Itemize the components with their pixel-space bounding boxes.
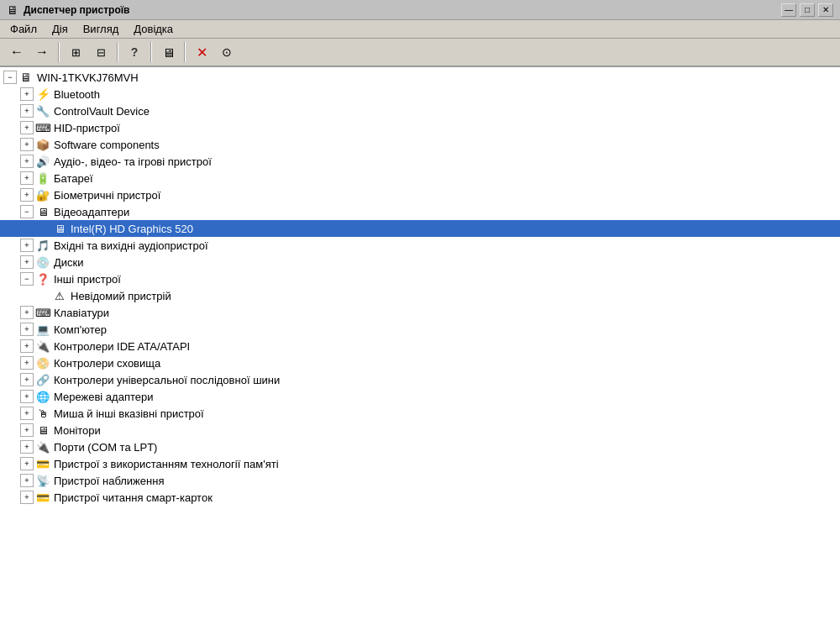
ports-icon: 🔌 [35,439,50,454]
window-icon: 🖥 [7,3,18,17]
battery-icon: 🔋 [35,171,50,186]
monitor-expand[interactable]: + [20,423,34,437]
scope-button[interactable]: ⊞ [64,40,87,64]
mouse-label: Миша й інші вказівні пристрої [54,407,204,420]
list-item[interactable]: + 🔧 ControlVault Device [0,102,840,119]
audio-label: Аудіо-, відео- та ігрові пристрої [54,155,212,168]
forward-button[interactable]: → [30,40,54,64]
storage-expand[interactable]: + [20,356,34,370]
list-item[interactable]: + 🎵 Вхідні та вихідні аудіопристрої [0,237,840,254]
proximity-expand[interactable]: + [20,474,34,487]
list-item[interactable]: − 🖥 Відеоадаптери [0,203,840,220]
list-item[interactable]: + 🔐 Біометричні пристрої [0,186,840,203]
list-item[interactable]: + 🖱 Миша й інші вказівні пристрої [0,405,840,422]
list-item[interactable]: + ⌨ Клавіатури [0,304,840,321]
hid-expand[interactable]: + [20,121,34,134]
controlvault-label: ControlVault Device [54,105,150,118]
toolbar-separator-3 [150,42,152,62]
toolbar-separator-4 [184,42,186,62]
network-expand[interactable]: + [20,390,34,403]
unknown-icon: ⚠ [52,288,67,303]
memory-expand[interactable]: + [20,457,34,470]
list-item[interactable]: + 📦 Software components [0,136,840,153]
software-label: Software components [54,139,160,151]
minimize-button[interactable]: — [781,3,796,17]
audio-expand[interactable]: + [20,155,34,168]
keyboard-label: Клавіатури [54,307,109,319]
computer-expand[interactable]: + [20,323,34,336]
bluetooth-expand[interactable]: + [20,87,34,101]
list-item[interactable]: + 🔌 Контролери IDE ATA/ATAPI [0,338,840,354]
hid-icon: ⌨ [35,120,50,135]
close-button[interactable]: ✕ [818,3,833,17]
computer-label: Комп'ютер [54,323,107,336]
monitor-label: Монітори [54,424,101,437]
memory-label: Пристрої з використанням технології пам'… [54,458,279,470]
video-expand[interactable]: − [20,205,34,218]
list-item[interactable]: + 💻 Комп'ютер [0,321,840,338]
usb-label: Контролери універсальної послідовної шин… [54,374,280,386]
hid-label: HID-пристрої [54,122,120,134]
device-tree: − 🖥 WIN-1TKVKJ76MVH + Bluetooth + 🔧 Cont… [0,67,840,630]
software-expand[interactable]: + [20,138,34,151]
list-item[interactable]: + 🔊 Аудіо-, відео- та ігрові пристрої [0,153,840,170]
keyboard-expand[interactable]: + [20,306,34,319]
mouse-expand[interactable]: + [20,407,34,420]
computer-icon: 💻 [35,322,50,337]
storage-label: Контролери сховища [54,357,160,370]
menu-file[interactable]: Файл [3,21,44,37]
biometric-icon: 🔐 [35,187,50,202]
help-button[interactable]: ? [123,40,146,64]
toolbar-separator-1 [58,42,60,62]
list-item[interactable]: ⚠ Невідомий пристрій [0,287,840,304]
list-item[interactable]: + 🔌 Порти (COM та LPT) [0,438,840,455]
mouse-icon: 🖱 [35,406,50,421]
software-icon: 📦 [35,137,50,152]
controlvault-expand[interactable]: + [20,104,34,118]
disk-label: Диски [54,256,84,269]
maximize-button[interactable]: □ [800,3,815,17]
list-item[interactable]: + 💿 Диски [0,254,840,270]
storage-icon: 📀 [35,355,50,370]
menu-help[interactable]: Довідка [127,21,180,37]
other-expand[interactable]: − [20,272,34,286]
list-item[interactable]: + 🌐 Мережеві адаптери [0,388,840,405]
list-item[interactable]: + 🔋 Батареї [0,170,840,186]
window-title: Диспетчер пристроїв [24,4,129,16]
smartcard-expand[interactable]: + [20,491,34,504]
usb-icon: 🔗 [35,372,50,387]
unknown-label: Невідомий пристрій [71,290,171,302]
list-item[interactable]: + 🖥 Монітори [0,422,840,438]
proximity-icon: 📡 [35,473,50,488]
back-button[interactable]: ← [5,40,29,64]
usb-expand[interactable]: + [20,373,34,386]
list-item[interactable]: − ❓ Інші пристрої [0,270,840,287]
list-item[interactable]: + 📡 Пристрої наближення [0,472,840,489]
list-item[interactable]: + 🔗 Контролери універсальної послідовної… [0,371,840,388]
remove-button[interactable]: ✕ [190,40,213,64]
list-item[interactable]: 🖥 Intel(R) HD Graphics 520 [0,220,840,237]
menu-action[interactable]: Дія [45,21,75,37]
disk-expand[interactable]: + [20,255,34,269]
video-icon: 🖥 [35,204,50,219]
biometric-expand[interactable]: + [20,188,34,202]
list-item[interactable]: + 💳 Пристрої читання смарт-карток [0,489,840,506]
audioinout-expand[interactable]: + [20,239,34,252]
bluetooth-icon [35,87,50,102]
update-button[interactable]: ⊙ [215,40,239,64]
graphics-label: Intel(R) HD Graphics 520 [71,223,193,235]
root-expand[interactable]: − [3,71,17,84]
ports-expand[interactable]: + [20,440,34,454]
video-label: Відеоадаптери [54,206,129,218]
refresh-scope-button[interactable]: ⊟ [89,40,113,64]
list-item[interactable]: + 📀 Контролери сховища [0,354,840,371]
menu-view[interactable]: Вигляд [76,21,126,37]
list-item[interactable]: + 💳 Пристрої з використанням технології … [0,455,840,472]
list-item[interactable]: + ⌨ HID-пристрої [0,119,840,136]
tree-root[interactable]: − 🖥 WIN-1TKVKJ76MVH [0,69,840,86]
disk-icon: 💿 [35,255,50,270]
list-item[interactable]: + Bluetooth [0,86,840,102]
device-button[interactable]: 🖥 [156,40,180,64]
ideata-expand[interactable]: + [20,339,34,353]
battery-expand[interactable]: + [20,171,34,185]
